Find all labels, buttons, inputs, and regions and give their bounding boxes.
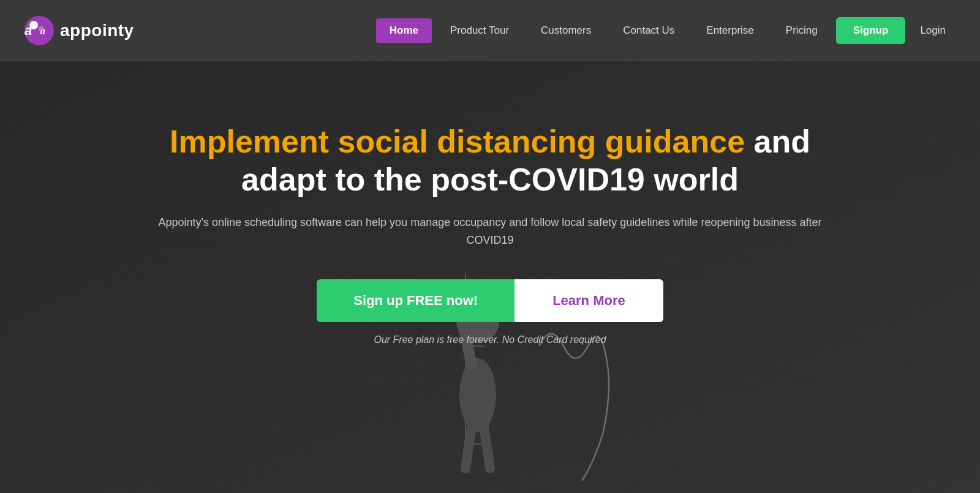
logo[interactable]: a appointy [24,16,134,45]
hero-cta-group: Sign up FREE now! Learn More [129,279,851,322]
signup-button[interactable]: Signup [836,17,906,44]
nav-pricing[interactable]: Pricing [772,18,831,43]
nav-contact-us[interactable]: Contact Us [609,18,688,43]
hero-section: Implement social distancing guidance and… [0,61,980,493]
hero-headline-highlight: Implement social distancing guidance [170,124,745,159]
nav-enterprise[interactable]: Enterprise [693,18,767,43]
hero-subtext: Appointy's online scheduling software ca… [153,214,827,249]
signup-free-button[interactable]: Sign up FREE now! [317,279,514,322]
main-nav: Home Product Tour Customers Contact Us E… [376,17,956,44]
hero-headline: Implement social distancing guidance and… [129,122,851,199]
logo-icon: a [24,16,54,45]
hero-free-note: Our Free plan is free forever. No Credit… [129,334,851,345]
svg-line-22 [484,426,490,469]
nav-product-tour[interactable]: Product Tour [437,18,522,43]
svg-text:a: a [40,24,45,36]
nav-customers[interactable]: Customers [527,18,605,43]
hero-content: Implement social distancing guidance and… [92,122,888,345]
svg-point-19 [459,358,496,432]
logo-text: appointy [60,21,134,40]
nav-home[interactable]: Home [376,18,432,43]
learn-more-button[interactable]: Learn More [514,279,663,322]
header: a appointy Home Product Tour Customers C… [0,0,980,61]
login-link[interactable]: Login [910,18,956,43]
svg-line-21 [466,426,472,469]
